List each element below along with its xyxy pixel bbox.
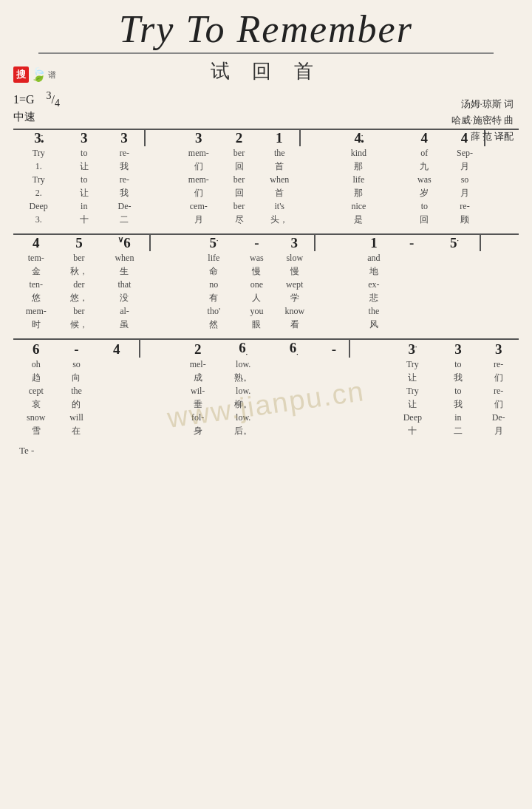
n3-3a: 3 — [438, 340, 479, 358]
barline-ly3 — [485, 146, 519, 160]
note-2: 2 — [219, 130, 259, 146]
ly-ber: ber — [219, 146, 259, 160]
music-section-2: 4 5 ∨6 5· - 3 1 - 5· tem- ber when life — [13, 233, 519, 331]
c2b-you2: 悠， — [59, 291, 100, 304]
n3-6dot: 6· — [218, 340, 268, 358]
l2c-know: know — [274, 304, 315, 318]
l3-sp — [94, 358, 140, 371]
cn2-2: 2. — [13, 186, 64, 199]
n2-5dot: 5· — [188, 235, 239, 251]
ly2-to: to — [64, 173, 104, 186]
c2-man: 慢 — [239, 264, 275, 278]
cn2-na: 那 — [333, 186, 383, 199]
c3-cheng: 成 — [177, 371, 218, 384]
ly2-life: life — [333, 173, 383, 186]
bottom-text: Te - — [19, 445, 34, 456]
c2c-feng: 风 — [354, 318, 395, 331]
ly3-to: to — [404, 199, 445, 213]
c3-shu: 熟。 — [218, 371, 268, 384]
l3c-in: in — [438, 411, 479, 424]
c2b-you3: 有 — [188, 291, 239, 304]
ly3-its: it's — [259, 199, 300, 213]
note-4a: 4 — [404, 130, 445, 146]
l2-ber: ber — [59, 251, 100, 264]
ly-kind: kind — [333, 146, 383, 160]
cn-yue: 月 — [445, 160, 485, 173]
l2-when: when — [99, 251, 149, 264]
chinese-title: 试 回 首 — [13, 58, 519, 84]
credit-line1: 汤姆·琼斯 词 — [451, 96, 514, 112]
lyrics-row-3: oh so mel- low. Try to re- 趋 向 成 熟。 — [13, 358, 519, 437]
ly2-ber: ber — [219, 173, 259, 186]
l3c-de: De- — [478, 411, 519, 424]
c3b-rang: 让 — [387, 397, 437, 411]
cn2-rang: 让 — [64, 186, 104, 199]
tempo: 中速 — [13, 111, 35, 123]
l2-tem: tem- — [13, 251, 59, 264]
l3c-snow: snow — [13, 411, 59, 424]
c2c-ran: 然 — [188, 318, 239, 331]
cn2-yue: 月 — [445, 186, 485, 199]
l3b-sp2 — [268, 384, 318, 397]
c3b-wo: 我 — [438, 397, 479, 411]
cn3-3: 3. — [13, 213, 64, 226]
cn3-sp — [384, 213, 404, 226]
l2c-you: you — [239, 304, 275, 318]
n3-3dot: 3· — [387, 340, 437, 358]
n3-4: 4 — [94, 340, 140, 358]
ly2-sp — [384, 173, 404, 186]
c2-man2: 慢 — [274, 264, 315, 278]
l2b-one: one — [239, 278, 275, 291]
lyrics-row-2: tem- ber when life was slow and 金 秋， 生 命… — [13, 251, 519, 331]
c2b-bei: 悲 — [354, 291, 395, 304]
n3-dash: - — [59, 340, 95, 358]
c2-qiu: 秋， — [59, 264, 100, 278]
key-tempo-area: 1=G 3/4 中速 — [13, 90, 519, 124]
c2c-sui: 虽 — [99, 318, 149, 331]
n2-dash1: - — [239, 235, 275, 251]
l3-re: re- — [478, 358, 519, 371]
ly3-ber: ber — [219, 199, 259, 213]
c3-xiang: 向 — [59, 371, 95, 384]
l3-sp2 — [268, 358, 318, 371]
l3-so: so — [59, 358, 95, 371]
cn-hui: 回 — [219, 160, 259, 173]
l3c-will: will — [59, 411, 95, 424]
cn2-sp — [384, 186, 404, 199]
l2c-mem: mem- — [13, 304, 59, 318]
cn3-er: 二 — [104, 213, 145, 226]
logo-suffix: 谱 — [48, 69, 56, 81]
logo: 搜 🍃 谱 — [13, 66, 56, 83]
c3b-ai: 哀 — [13, 397, 59, 411]
note-3a: 3 — [64, 130, 104, 146]
n3-6: 6 — [13, 340, 59, 358]
c3c-hou: 后。 — [218, 424, 268, 437]
ly2-so: so — [445, 173, 485, 186]
l2c-ber: ber — [59, 304, 100, 318]
ly-the: the — [259, 146, 300, 160]
l2b-wept: wept — [274, 278, 315, 291]
n2-v6: ∨6 — [99, 235, 149, 251]
title-area: Try To Remember 试 回 首 — [13, 7, 519, 84]
space1 — [384, 130, 404, 146]
c3c-yue: 月 — [478, 424, 519, 437]
l2c-tho: tho' — [188, 304, 239, 318]
ly3-in: in — [64, 199, 104, 213]
c2c-kan: 看 — [274, 318, 315, 331]
notes-row-1: 3· 3 3 3 2 1 4· 4 4 — [13, 130, 519, 146]
c2b-you: 悠 — [13, 291, 59, 304]
notes-row-3: 6 - 4 2 6· 6· - 3· 3 3 — [13, 340, 519, 358]
l3c-fol: fol- — [177, 411, 218, 424]
cn-1: 1. — [13, 160, 64, 173]
c3b-chui: 垂 — [177, 397, 218, 411]
c2-di: 地 — [354, 264, 395, 278]
ly-to: to — [64, 146, 104, 160]
l3b-sp — [94, 384, 140, 397]
ly2-when: when — [259, 173, 300, 186]
l2c-al: al- — [99, 304, 149, 318]
ly3-de: De- — [104, 199, 145, 213]
time-numerator: 3 — [47, 90, 52, 101]
note-3b: 3 — [104, 130, 145, 146]
n3-2: 2 — [177, 340, 218, 358]
cn-jiu2: 九 — [404, 160, 445, 173]
